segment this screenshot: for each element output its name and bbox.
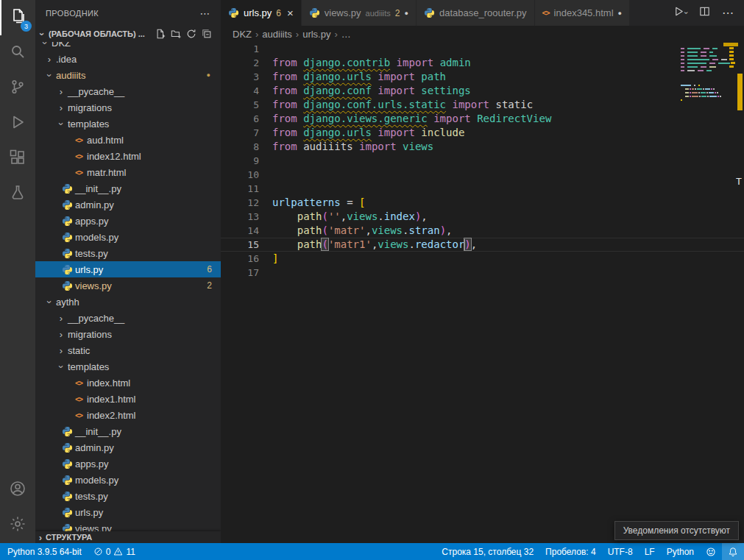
tab-index345.html[interactable]: <>index345.html● <box>535 0 630 26</box>
activity-source-control[interactable] <box>0 71 35 106</box>
chevron-icon: › <box>40 42 51 48</box>
tree-item-views.py[interactable]: views.py2 <box>35 277 221 294</box>
activity-run-debug[interactable] <box>0 106 35 141</box>
close-icon[interactable]: × <box>287 7 294 19</box>
status-bar: Python 3.9.5 64-bit 0 11 Строка 15, стол… <box>0 543 744 560</box>
tree-item-models.py[interactable]: models.py <box>35 229 221 245</box>
activity-settings[interactable] <box>0 508 35 543</box>
chevron-icon: › <box>44 70 55 80</box>
tree-item-index2.html[interactable]: <>index2.html <box>35 407 221 423</box>
tree-item-audiiits[interactable]: ›audiiits● <box>35 67 221 83</box>
tree-item-.idea[interactable]: ›.idea <box>35 51 221 67</box>
modified-dot: ● <box>405 10 408 17</box>
indentation-status[interactable]: Пробелов: 4 <box>539 543 602 560</box>
file-label: apps.py <box>75 216 109 227</box>
breadcrumb-item[interactable]: audiiits <box>262 29 291 40</box>
outline-section-header[interactable]: › СТРУКТУРА <box>35 531 221 543</box>
warning-count: 11 <box>126 547 135 557</box>
activity-extensions[interactable] <box>0 141 35 177</box>
feedback-button[interactable] <box>700 543 722 560</box>
tree-item-models.py[interactable]: models.py <box>35 472 221 488</box>
tree-item-admin.py[interactable]: admin.py <box>35 439 221 456</box>
python-icon <box>60 458 74 469</box>
folder-label: audiiits <box>56 70 85 81</box>
language-mode-status[interactable]: Python <box>661 543 700 560</box>
tree-item-templates[interactable]: ›templates <box>35 358 221 375</box>
code-editor[interactable]: 12from django.contrib import admin3from … <box>221 42 744 543</box>
tree-item-index12.html[interactable]: <>index12.html <box>35 148 221 164</box>
python-icon <box>60 426 74 437</box>
chevron-icon: › <box>56 118 67 129</box>
minimap[interactable] <box>681 43 734 106</box>
encoding-label: UTF-8 <box>608 547 633 557</box>
cursor-position-status[interactable]: Строка 15, столбец 32 <box>434 543 539 560</box>
problems-status[interactable]: 0 11 <box>88 543 141 560</box>
new-folder-icon[interactable] <box>171 29 181 39</box>
tree-item-apps.py[interactable]: apps.py <box>35 456 221 472</box>
workspace-section-header[interactable]: › (РАБОЧАЯ ОБЛАСТЬ) ... <box>35 26 221 42</box>
breadcrumb-item[interactable]: urls.py <box>302 29 330 40</box>
tab-urls.py[interactable]: urls.py6× <box>221 0 302 26</box>
activity-explorer[interactable]: 3 <box>0 0 35 35</box>
explorer-sidebar: ПРОВОДНИК ⋯ › (РАБОЧАЯ ОБЛАСТЬ) ... ›DKZ… <box>35 0 221 543</box>
tree-item-migrations[interactable]: ›migrations <box>35 99 221 116</box>
python-interpreter-status[interactable]: Python 3.9.5 64-bit <box>0 543 88 560</box>
python-version-label: Python 3.9.5 64-bit <box>7 547 82 557</box>
tab-label: views.py <box>325 7 361 18</box>
line-number: 1 <box>221 42 259 56</box>
tree-item-tests.py[interactable]: tests.py <box>35 245 221 261</box>
ruler-artifact: T <box>736 174 742 188</box>
activity-testing[interactable] <box>0 177 35 212</box>
python-icon <box>60 183 74 194</box>
sidebar-more-button[interactable]: ⋯ <box>200 7 210 19</box>
encoding-status[interactable]: UTF-8 <box>602 543 639 560</box>
tree-item-urls.py[interactable]: urls.py6 <box>35 261 221 277</box>
collapse-all-icon[interactable] <box>202 29 212 39</box>
tree-item-apps.py[interactable]: apps.py <box>35 213 221 229</box>
chevron-icon: › <box>56 361 67 372</box>
run-python-button[interactable]: › <box>673 6 687 20</box>
tree-item-index.html[interactable]: <>index.html <box>35 375 221 391</box>
line-number: 2 <box>221 56 259 70</box>
activity-search[interactable] <box>0 35 35 71</box>
breadcrumb-item[interactable]: … <box>341 29 351 40</box>
run-debug-icon <box>9 113 26 134</box>
tree-item-urls.py[interactable]: urls.py <box>35 504 221 520</box>
tree-item-migrations[interactable]: ›migrations <box>35 326 221 342</box>
tree-item-DKZ[interactable]: ›DKZ <box>35 42 221 51</box>
chevron-icon: › <box>56 345 66 356</box>
warning-marks-top <box>723 43 738 46</box>
breadcrumb: DKZ›audiiits›urls.py›… <box>221 26 744 42</box>
tree-item-__init__.py[interactable]: __init__.py <box>35 180 221 196</box>
tree-item-index1.html[interactable]: <>index1.html <box>35 391 221 407</box>
chevron-icon: › <box>56 329 66 340</box>
tree-item-__init__.py[interactable]: __init__.py <box>35 423 221 439</box>
testing-icon <box>9 184 26 205</box>
activity-accounts[interactable] <box>0 472 35 508</box>
tree-item-matr.html[interactable]: <>matr.html <box>35 164 221 180</box>
eol-status[interactable]: LF <box>639 543 661 560</box>
tree-item-tests.py[interactable]: tests.py <box>35 488 221 504</box>
tree-item-static[interactable]: ›static <box>35 342 221 358</box>
new-file-icon[interactable] <box>155 29 166 39</box>
tree-item-admin.py[interactable]: admin.py <box>35 196 221 213</box>
activity-bar: 3 <box>0 0 35 543</box>
editor-more-button[interactable]: ⋯ <box>722 6 734 20</box>
tree-item-templates[interactable]: ›templates <box>35 116 221 132</box>
chevron-right-icon: › <box>296 29 299 40</box>
tab-database_roouter.py[interactable]: database_roouter.py <box>417 0 535 26</box>
tree-item-__pycache__[interactable]: ›__pycache__ <box>35 310 221 326</box>
tab-label: database_roouter.py <box>439 7 527 18</box>
refresh-icon[interactable] <box>186 29 196 39</box>
tree-item-__pycache__[interactable]: ›__pycache__ <box>35 83 221 99</box>
notifications-bell[interactable] <box>722 543 744 560</box>
tree-item-views.py[interactable]: views.py <box>35 520 221 531</box>
breadcrumb-item[interactable]: DKZ <box>233 29 252 40</box>
tree-item-aud.html[interactable]: <>aud.html <box>35 132 221 148</box>
code-line: 10 <box>221 168 744 182</box>
code-line: 17 <box>221 266 744 280</box>
tab-views.py[interactable]: views.pyaudiiits2● <box>302 0 417 26</box>
split-editor-button[interactable] <box>699 6 710 20</box>
spaces-label: Пробелов: 4 <box>545 547 596 557</box>
tree-item-aythh[interactable]: ›aythh <box>35 294 221 310</box>
